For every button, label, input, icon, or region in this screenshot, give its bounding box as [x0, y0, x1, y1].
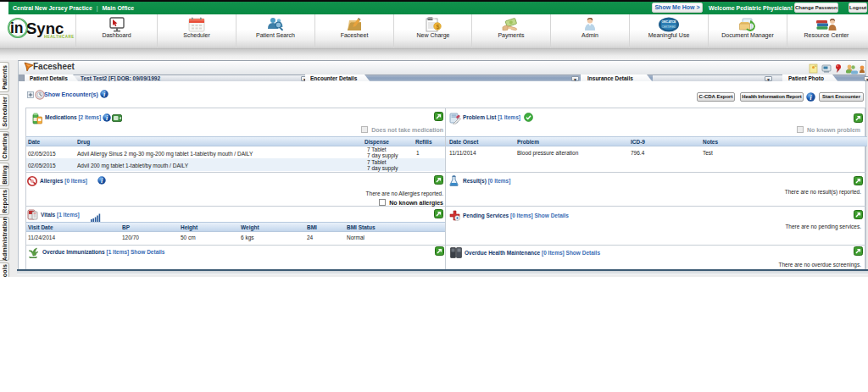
- svg-text:in: in: [10, 19, 24, 36]
- svg-text:$: $: [436, 24, 439, 30]
- svg-text:ONC-ATCB: ONC-ATCB: [662, 20, 676, 24]
- svg-text:CERTIFIED: CERTIFIED: [662, 25, 676, 29]
- svg-text:HEALTHCARE: HEALTHCARE: [44, 35, 75, 39]
- svg-text:Invoice: Invoice: [428, 17, 436, 20]
